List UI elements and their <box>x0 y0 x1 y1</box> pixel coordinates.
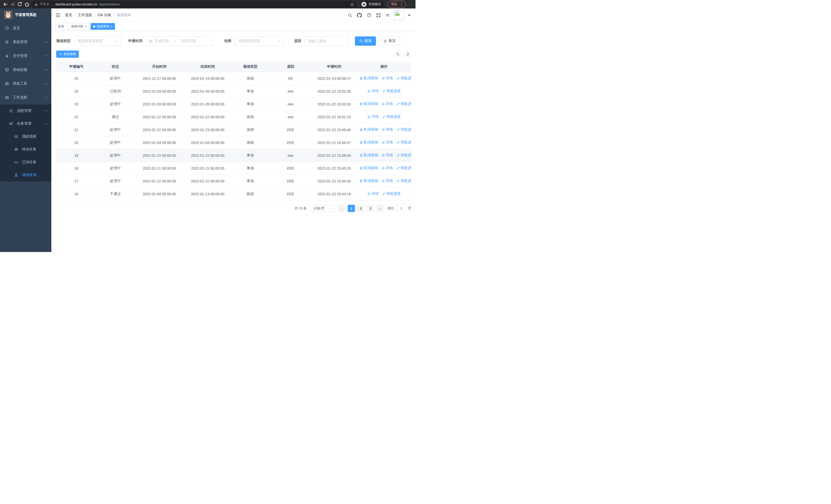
action-progress-link[interactable]: 审批进度 <box>397 127 411 132</box>
action-detail-link[interactable]: 详情 <box>382 153 393 157</box>
trash-icon <box>360 154 363 157</box>
page-button-1[interactable]: 1 <box>348 205 355 212</box>
close-icon[interactable]: × <box>85 25 86 28</box>
sidebar-item-2[interactable]: ¥支付管理 <box>0 49 51 63</box>
search-icon[interactable] <box>348 13 352 18</box>
topbar: 首页/工作流程/OA 示例/请假查询 TT <box>51 8 416 22</box>
action-cancel-link[interactable]: 取消请假 <box>360 101 378 106</box>
refresh-table-button[interactable] <box>404 50 411 58</box>
sidebar-subitem-3[interactable]: 待办任务 <box>0 143 51 156</box>
search-button[interactable]: 搜索 <box>355 36 376 46</box>
app-title: 芋道管理系统 <box>15 12 36 17</box>
fullscreen-icon[interactable] <box>376 13 381 18</box>
page-button-2[interactable]: 2 <box>357 205 365 212</box>
prev-page-button[interactable]: ‹ <box>338 205 345 212</box>
action-cancel-link[interactable]: 取消请假 <box>360 140 378 145</box>
browser-forward-icon[interactable] <box>10 2 16 7</box>
action-progress-link[interactable]: 审批进度 <box>397 179 411 183</box>
reason-input[interactable] <box>305 36 349 46</box>
sidebar-menu: 首页系统管理¥支付管理基础设施研发工具工作流程流程管理任务管理我的流程待办任务已… <box>0 21 51 181</box>
tab-0[interactable]: 首页 <box>55 23 67 30</box>
action-label: 详情 <box>386 127 393 132</box>
apply-time-range-picker[interactable]: 开始日期 - 结束日期 <box>146 36 213 46</box>
tabs-bar: 首页流程详情×请假查询× <box>51 22 416 31</box>
action-progress-link[interactable]: 审批进度 <box>397 76 411 81</box>
browser-reload-icon[interactable] <box>17 2 23 7</box>
action-progress-link[interactable]: 审批进度 <box>397 166 411 170</box>
cell-leave-type: 病假 <box>231 72 270 85</box>
action-progress-link[interactable]: 审批进度 <box>397 101 411 106</box>
cell-reason: EEE <box>270 162 312 175</box>
incognito-icon <box>362 3 366 6</box>
action-detail-link[interactable]: 详情 <box>367 191 378 196</box>
action-detail-link[interactable]: 详情 <box>382 127 393 132</box>
action-label: 审批进度 <box>401 179 411 183</box>
sidebar-subitem-2[interactable]: 我的流程 <box>0 130 51 143</box>
browser-home-icon[interactable] <box>24 2 30 7</box>
chevron-down-icon[interactable] <box>407 13 411 18</box>
action-detail-link[interactable]: 详情 <box>382 166 393 170</box>
address-bar[interactable]: 不安全 dashboard.yudao.iocoder.cn/bpm/oa/le… <box>31 1 357 8</box>
page-size-select[interactable]: 10条/页 <box>310 205 334 212</box>
action-detail-link[interactable]: 详情 <box>382 179 393 183</box>
chevron-down-icon <box>115 39 119 43</box>
tab-2[interactable]: 请假查询× <box>91 23 115 30</box>
show-search-button[interactable] <box>394 50 401 58</box>
sidebar-subitem-4[interactable]: 已办任务 <box>0 156 51 169</box>
sidebar-item-3[interactable]: 基础设施 <box>0 63 51 77</box>
action-cancel-link[interactable]: 取消请假 <box>360 76 378 81</box>
cell-apply-time: 2022-01-22 23:46:04 <box>312 149 357 162</box>
github-icon[interactable] <box>357 13 362 18</box>
result-select[interactable]: 请选择流结果 <box>235 36 284 46</box>
breadcrumb-item-2[interactable]: OA 示例 <box>98 13 111 18</box>
security-label[interactable]: 不安全 <box>40 2 50 6</box>
breadcrumb-item-1[interactable]: 工作流程 <box>78 13 92 18</box>
sidebar-item-0[interactable]: 首页 <box>0 21 51 35</box>
create-leave-button[interactable]: 发起请假 <box>56 51 79 58</box>
action-cancel-link[interactable]: 取消请假 <box>360 179 378 183</box>
sidebar-collapse-icon[interactable] <box>55 12 61 18</box>
action-cancel-link[interactable]: 取消请假 <box>360 166 378 170</box>
action-progress-link[interactable]: 审批进度 <box>382 114 401 119</box>
action-progress-link[interactable]: 审批进度 <box>382 191 401 196</box>
next-page-button[interactable]: › <box>376 205 383 212</box>
leave-type-select[interactable]: 请选择请假类型 <box>74 36 121 46</box>
cell-status: 通过 <box>96 111 134 123</box>
action-detail-link[interactable]: 详情 <box>382 101 393 106</box>
sidebar-subitem-1[interactable]: 任务管理 <box>0 117 51 130</box>
action-detail-link[interactable]: 详情 <box>382 140 393 145</box>
tab-1[interactable]: 流程详情× <box>68 23 89 30</box>
cell-apply-time: 2022-01-22 23:53:32 <box>312 98 357 111</box>
action-cancel-link[interactable]: 取消请假 <box>360 127 378 132</box>
eye-icon <box>367 90 371 93</box>
close-icon[interactable]: × <box>111 25 112 28</box>
breadcrumb: 首页/工作流程/OA 示例/请假查询 <box>65 13 131 18</box>
action-progress-link[interactable]: 审批进度 <box>397 153 411 157</box>
browser-back-icon[interactable] <box>3 2 8 7</box>
breadcrumb-item-0[interactable]: 首页 <box>65 13 72 18</box>
pen-icon <box>397 179 400 183</box>
font-size-icon[interactable]: TT <box>385 13 389 18</box>
sidebar-item-4[interactable]: 研发工具 <box>0 77 51 91</box>
browser-update-button[interactable]: 更新 <box>388 1 406 8</box>
browser-menu-dots-icon[interactable] <box>400 3 403 6</box>
goto-page-input[interactable] <box>396 205 406 212</box>
reset-button[interactable]: 重置 <box>379 36 400 46</box>
avatar[interactable] <box>394 10 404 20</box>
cell-end-time: 2022-01-13 00:00:00 <box>184 187 231 200</box>
action-progress-link[interactable]: 审批进度 <box>397 140 411 145</box>
action-detail-link[interactable]: 详情 <box>367 89 378 93</box>
sidebar-item-1[interactable]: 系统管理 <box>0 35 51 49</box>
action-detail-link[interactable]: 详情 <box>367 114 378 119</box>
sidebar-subitem-5[interactable]: 请假查询 <box>0 169 51 181</box>
action-cancel-link[interactable]: 取消请假 <box>360 153 378 157</box>
sidebar-item-5[interactable]: 工作流程 <box>0 91 51 105</box>
page-button-3[interactable]: 3 <box>367 205 374 212</box>
sidebar: 芋道管理系统 首页系统管理¥支付管理基础设施研发工具工作流程流程管理任务管理我的… <box>0 8 51 252</box>
action-detail-link[interactable]: 详情 <box>382 76 393 81</box>
sidebar-subitem-0[interactable]: 流程管理 <box>0 105 51 117</box>
help-icon[interactable] <box>367 13 371 18</box>
cell-reason: EE <box>270 72 312 85</box>
action-progress-link[interactable]: 审批进度 <box>382 89 401 93</box>
bookmark-star-icon[interactable] <box>350 2 354 6</box>
